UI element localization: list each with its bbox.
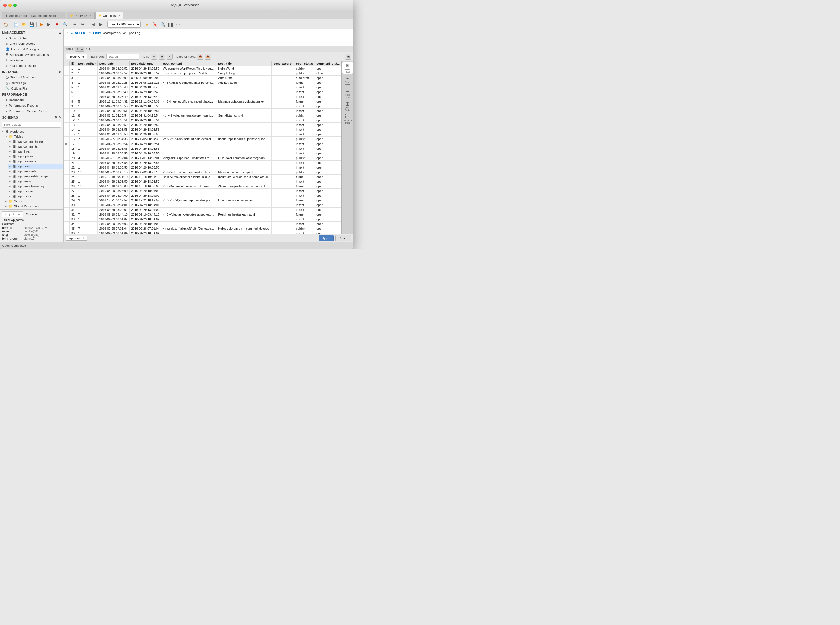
col-header-post-content[interactable]: post_content [161, 61, 217, 66]
table-row[interactable]: 1212016-04-29 18:03:512016-04-29 18:03:5… [64, 118, 342, 123]
stored-procedures-folder[interactable]: ▶ 📁 Stored Procedures [4, 204, 63, 208]
toolbar-bookmark-btn[interactable]: 🔖 [151, 21, 158, 28]
table-wp-termmeta[interactable]: ▶ ▦ wp_termmeta [8, 169, 63, 174]
table-row[interactable]: 712016-04-29 18:03:492016-04-29 18:03:49… [64, 95, 342, 99]
col-header-ID[interactable]: ID [70, 61, 76, 66]
table-row[interactable]: 26102016-10-18 16:00:082016-10-18 16:00:… [64, 184, 342, 189]
apply-button[interactable]: Apply [319, 235, 333, 241]
toolbar-star-btn[interactable]: ★ [144, 21, 151, 28]
table-row[interactable]: 412016-06-05 22:19:232016-06-05 22:19:23… [64, 81, 342, 85]
table-row[interactable]: 1412016-04-29 18:03:532016-04-29 18:03:5… [64, 127, 342, 132]
table-wp-commentmeta[interactable]: ▶ ▦ wp_commentmeta [8, 139, 63, 144]
col-header-post-date-gmt[interactable]: post_date_gmt [129, 61, 161, 66]
zoom-stepper[interactable]: ▼ ▲ [75, 47, 85, 52]
data-grid-container[interactable]: ID post_author post_date post_date_gmt p… [64, 61, 341, 234]
edit-pencil-btn[interactable]: ✏ [151, 54, 157, 60]
sidebar-item-data-export[interactable]: ↑ Data Export [0, 58, 63, 63]
admin-tab-close[interactable]: ✕ [61, 14, 63, 17]
toolbar-undo-btn[interactable]: ↩ [71, 21, 79, 28]
search-input[interactable] [106, 54, 139, 60]
table-row[interactable]: 3112016-04-29 18:04:022016-04-29 18:04:0… [64, 207, 342, 212]
toolbar-explain-btn[interactable]: 🔍 [61, 21, 68, 28]
table-row[interactable]: 2112016-04-29 18:03:562016-04-29 18:03:5… [64, 160, 342, 165]
zoom-up-btn[interactable]: ▲ [80, 47, 84, 51]
zoom-down-btn[interactable]: ▼ [75, 47, 80, 51]
close-button[interactable] [3, 3, 7, 7]
table-row[interactable]: 3572016-02-28 07:01:042016-02-28 07:01:0… [64, 226, 342, 231]
grid-view-btn[interactable]: ▣ [345, 54, 351, 60]
sidebar-item-performance-reports[interactable]: ● Performance Reports [0, 103, 63, 108]
table-wp-posts[interactable]: ▶ ▦ wp_posts [8, 164, 63, 169]
toolbar-run-btn[interactable]: ▶ [38, 21, 45, 28]
table-row[interactable]: 2512016-04-29 18:03:592016-04-29 18:03:5… [64, 179, 342, 184]
table-row[interactable]: 1812016-04-29 18:03:552016-04-29 18:03:5… [64, 146, 342, 151]
sidebar-item-startup[interactable]: ⏻ Startup / Shutdown [0, 75, 63, 80]
right-field-types-btn[interactable]: ≋ Field Types [342, 87, 353, 100]
right-query-stats-btn[interactable]: ◫ Query Stats [342, 100, 353, 112]
table-row[interactable]: 1182016-01-31 04:13:542016-01-31 04:13:5… [64, 113, 342, 118]
edit-delete-btn[interactable]: ✕ [166, 54, 173, 60]
toolbar-search-btn[interactable]: 🔍 [159, 21, 166, 28]
table-row[interactable]: 2412016-12-18 19:31:102016-12-18 19:31:1… [64, 175, 342, 179]
table-row[interactable]: 2712016-04-29 18:04:002016-04-29 18:04:0… [64, 189, 342, 193]
table-row[interactable]: 2932016-12-21 10:12:572016-12-21 10:12:5… [64, 198, 342, 203]
table-row[interactable]: 112016-04-29 18:02:522016-04-29 18:02:52… [64, 66, 342, 71]
toolbar-open-btn[interactable]: 📂 [20, 21, 27, 28]
toolbar-prev-btn[interactable]: ◀ [90, 21, 97, 28]
schema-wordpress[interactable]: ▼ 🗄 wordpress [0, 129, 63, 134]
sidebar-item-client-connections[interactable]: ⊛ Client Connections [0, 41, 63, 47]
right-form-editor-btn[interactable]: ≡ Form Editor [342, 75, 353, 87]
table-row[interactable]: 1012016-04-29 18:03:512016-04-29 18:03:5… [64, 109, 342, 113]
table-row[interactable]: 3012016-04-29 18:04:012016-04-29 18:04:0… [64, 203, 342, 207]
col-header-post-date[interactable]: post_date [98, 61, 129, 66]
toolbar-new-query-btn[interactable]: 📄 [12, 21, 20, 28]
right-execution-plan-btn[interactable]: ⋮⋮ Execution Plan [342, 113, 353, 125]
toolbar-next-btn[interactable]: ▶ [97, 21, 104, 28]
table-row[interactable]: 1512016-04-29 18:03:532016-04-29 18:03:5… [64, 132, 342, 137]
schemas-refresh-icon[interactable]: ↻ [54, 115, 57, 119]
table-row[interactable]: 912016-04-29 18:03:502016-04-29 18:03:50… [64, 104, 342, 109]
col-header-comment-status[interactable]: comment_stat... [315, 61, 341, 66]
table-wp-terms[interactable]: ▶ ▦ wp_terms [8, 179, 63, 184]
object-info-tab[interactable]: Object Info [2, 211, 23, 217]
table-row[interactable]: 2042016-05-01 13:02:042016-05-01 13:02:0… [64, 156, 342, 160]
sidebar-item-performance-schema[interactable]: ● Performance Schema Setup [0, 108, 63, 114]
wp-posts-result-tab[interactable]: wp_posts 1 [66, 236, 87, 241]
table-row[interactable]: 3312016-04-29 18:04:022016-04-29 18:04:0… [64, 217, 342, 222]
revert-button[interactable]: Revert [335, 235, 351, 241]
sidebar-item-server-logs[interactable]: △ Server Logs [0, 80, 63, 86]
table-row[interactable]: 3272016-09-19 03:44:152016-09-19 03:44:1… [64, 212, 342, 217]
tab-wp-posts[interactable]: ⚡ wp_posts ✕ [95, 12, 124, 19]
sidebar-item-data-import[interactable]: ↓ Data Import/Restore [0, 63, 63, 68]
table-row[interactable]: 1912016-04-29 18:03:562016-04-29 18:03:5… [64, 151, 342, 156]
toolbar-save-btn[interactable]: 💾 [28, 21, 35, 28]
toolbar-stop-btn[interactable]: ■ [54, 21, 61, 28]
edit-copy-btn[interactable]: ⊞ [159, 54, 165, 60]
table-row[interactable]: 2212016-04-29 18:03:582016-04-29 18:03:5… [64, 165, 342, 170]
table-wp-links[interactable]: ▶ ▦ wp_links [8, 149, 63, 154]
table-wp-term-taxonomy[interactable]: ▶ ▦ wp_term_taxonomy [8, 184, 63, 189]
table-wp-users[interactable]: ▶ ▦ wp_users [8, 194, 63, 199]
minimize-button[interactable] [8, 3, 12, 7]
schema-filter-input[interactable] [2, 121, 61, 127]
sidebar-item-dashboard[interactable]: ● Dashboard [0, 97, 63, 103]
import-btn[interactable]: 📥 [205, 54, 211, 60]
table-row[interactable]: ▶1712016-04-29 18:03:542016-04-29 18:03:… [64, 141, 342, 146]
col-header-post-status[interactable]: post_status [294, 61, 315, 66]
export-btn[interactable]: 📤 [197, 54, 203, 60]
table-row[interactable]: 312016-04-29 18:03:020000-00-00 00:00:00… [64, 76, 342, 81]
query-editor[interactable]: 1 ● SELECT * FROM SELECT * FROM wordpres… [64, 29, 353, 46]
table-wp-term-relationships[interactable]: ▶ ▦ wp_term_relationships [8, 174, 63, 179]
table-row[interactable]: 1672016-03-05 00:34:362016-03-05 00:34:3… [64, 137, 342, 141]
table-row[interactable]: 852016-12-11 09:34:312016-12-11 09:34:31… [64, 99, 342, 104]
schemas-settings-icon[interactable]: ⚙ [58, 115, 61, 119]
table-row[interactable]: 3612016-04-29 18:04:042016-04-29 18:04:0… [64, 231, 342, 234]
tables-folder[interactable]: ▼ 📁 Tables [4, 134, 63, 139]
tab-query12[interactable]: ⚡ Query 12 ✕ [67, 12, 95, 19]
toolbar-format-btn[interactable]: ❚❚ [167, 21, 174, 28]
table-wp-options[interactable]: ▶ ▦ wp_options [8, 154, 63, 159]
query12-tab-close[interactable]: ✕ [90, 14, 92, 17]
toolbar-more-btn[interactable]: ⋯ [175, 21, 182, 28]
maximize-button[interactable] [13, 3, 17, 7]
sidebar-item-server-status[interactable]: ● Server Status [0, 35, 63, 41]
